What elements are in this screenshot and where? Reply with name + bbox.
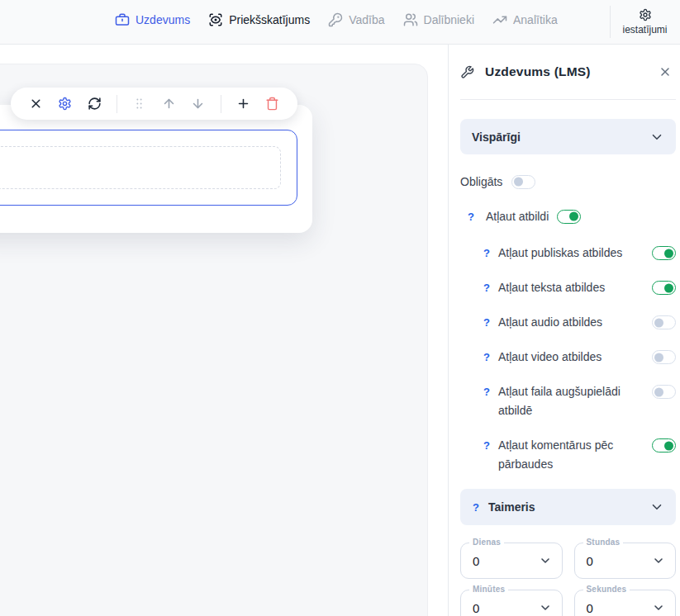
tab-label: Uzdevums bbox=[136, 13, 190, 26]
option-toggle[interactable] bbox=[652, 385, 676, 399]
top-bar: Uzdevums Priekšskatījums Vadība Dalībnie… bbox=[0, 0, 680, 45]
required-row: Obligāts bbox=[460, 172, 676, 192]
settings-panel: Uzdevums (LMS) Vispārīgi Obligāts ? Atļa… bbox=[449, 45, 680, 616]
required-toggle[interactable] bbox=[511, 175, 535, 189]
wrench-icon bbox=[460, 65, 474, 79]
seconds-label: Sekundes bbox=[583, 585, 630, 594]
option-toggle[interactable] bbox=[652, 315, 676, 329]
help-icon[interactable]: ? bbox=[483, 278, 491, 297]
required-label: Obligāts bbox=[460, 173, 502, 192]
option-label: Atļaut video atbildes bbox=[498, 348, 602, 367]
chevron-down-icon bbox=[539, 601, 552, 614]
tab-priekšskatījums[interactable]: Priekšskatījums bbox=[208, 12, 310, 27]
scan-eye-icon bbox=[208, 12, 223, 27]
timer-grid: Dienas 0 Stundas 0 Minūtes 0 Sekundes 0 bbox=[460, 543, 676, 616]
close-icon[interactable] bbox=[28, 97, 43, 111]
option-label: Atļaut faila augšupielādi atbildē bbox=[498, 382, 645, 420]
option-row-comments-after-review: ? Atļaut komentārus pēc pārbaudes bbox=[460, 436, 676, 474]
help-icon[interactable]: ? bbox=[467, 207, 475, 226]
users-icon bbox=[403, 12, 418, 27]
close-panel-icon[interactable] bbox=[659, 65, 672, 78]
option-row-file-upload: ? Atļaut faila augšupielādi atbildē bbox=[460, 382, 676, 420]
option-row-video-answers: ? Atļaut video atbildes bbox=[460, 348, 676, 367]
section-timer[interactable]: ? Taimeris bbox=[460, 489, 676, 525]
days-value: 0 bbox=[473, 554, 479, 568]
move-up-icon[interactable] bbox=[161, 97, 176, 111]
help-icon[interactable]: ? bbox=[472, 498, 480, 517]
hours-select[interactable]: Stundas 0 bbox=[574, 543, 677, 579]
option-toggle[interactable] bbox=[652, 350, 676, 364]
chevron-down-icon bbox=[652, 601, 665, 614]
main-tabs: Uzdevums Priekšskatījums Vadība Dalībnie… bbox=[115, 0, 558, 39]
help-icon[interactable]: ? bbox=[483, 313, 491, 332]
drag-handle-icon[interactable] bbox=[132, 97, 147, 111]
allow-answer-row: ? Atļaut atbildi bbox=[460, 206, 676, 226]
briefcase-icon bbox=[115, 12, 130, 27]
chevron-down-icon bbox=[539, 554, 552, 567]
element-settings-icon[interactable] bbox=[58, 97, 73, 111]
chevron-down-icon bbox=[652, 554, 665, 567]
seconds-value: 0 bbox=[587, 601, 593, 615]
settings-button[interactable]: iestatījumi bbox=[610, 0, 680, 44]
option-toggle[interactable] bbox=[652, 281, 676, 295]
option-label: Atļaut publiskas atbildes bbox=[498, 244, 622, 263]
minutes-label: Minūtes bbox=[469, 585, 508, 594]
minutes-value: 0 bbox=[473, 601, 479, 615]
option-row-text-answers: ? Atļaut teksta atbildes bbox=[460, 278, 676, 297]
answer-options-list: ? Atļaut publiskas atbildes ? Atļaut tek… bbox=[460, 244, 676, 474]
chevron-down-icon bbox=[649, 500, 664, 514]
element-toolbar bbox=[11, 88, 297, 120]
tab-label: Priekšskatījums bbox=[229, 13, 310, 26]
move-down-icon[interactable] bbox=[191, 97, 206, 111]
toolbar-divider bbox=[117, 95, 117, 113]
main-area: Uzdevums (LMS) Vispārīgi Obligāts ? Atļa… bbox=[0, 45, 680, 616]
refresh-icon[interactable] bbox=[87, 97, 102, 111]
days-label: Dienas bbox=[469, 538, 504, 547]
tab-vadība[interactable]: Vadība bbox=[328, 12, 384, 27]
option-row-public-answers: ? Atļaut publiskas atbildes bbox=[460, 244, 676, 263]
panel-title: Uzdevums (LMS) bbox=[485, 64, 659, 79]
help-icon[interactable]: ? bbox=[483, 244, 491, 263]
days-select[interactable]: Dienas 0 bbox=[460, 543, 563, 579]
trending-up-icon bbox=[492, 12, 507, 27]
settings-label: iestatījumi bbox=[622, 24, 667, 36]
tab-uzdevums[interactable]: Uzdevums bbox=[115, 12, 190, 27]
hours-value: 0 bbox=[587, 554, 593, 568]
toolbar-divider bbox=[221, 95, 221, 113]
tab-analītika[interactable]: Analītika bbox=[492, 12, 558, 27]
allow-answer-toggle[interactable] bbox=[557, 210, 581, 224]
tab-label: Dalībnieki bbox=[424, 13, 474, 26]
minutes-select[interactable]: Minūtes 0 bbox=[460, 590, 563, 616]
tab-dalībnieki[interactable]: Dalībnieki bbox=[403, 12, 474, 27]
section-general[interactable]: Vispārīgi bbox=[460, 119, 676, 154]
tab-label: Vadība bbox=[349, 13, 384, 26]
seconds-select[interactable]: Sekundes 0 bbox=[574, 590, 677, 616]
gear-icon bbox=[639, 8, 652, 21]
option-toggle[interactable] bbox=[652, 438, 676, 453]
option-label: Atļaut komentārus pēc pārbaudes bbox=[498, 436, 645, 474]
section-general-title: Vispārīgi bbox=[472, 130, 521, 144]
option-row-audio-answers: ? Atļaut audio atbildes bbox=[460, 313, 676, 332]
trash-icon[interactable] bbox=[265, 97, 280, 111]
key-icon bbox=[328, 12, 343, 27]
option-label: Atļaut audio atbildes bbox=[498, 313, 602, 332]
help-icon[interactable]: ? bbox=[483, 382, 491, 401]
panel-header: Uzdevums (LMS) bbox=[460, 45, 676, 100]
add-icon[interactable] bbox=[235, 97, 250, 111]
tab-label: Analītika bbox=[513, 13, 558, 26]
empty-drop-placeholder bbox=[0, 146, 281, 189]
lms-task-element[interactable] bbox=[0, 130, 297, 206]
allow-answer-label: Atļaut atbildi bbox=[486, 207, 549, 226]
option-toggle[interactable] bbox=[652, 246, 676, 260]
chevron-down-icon bbox=[649, 130, 664, 145]
help-icon[interactable]: ? bbox=[483, 348, 491, 367]
help-icon[interactable]: ? bbox=[483, 436, 491, 455]
section-timer-title: Taimeris bbox=[488, 500, 535, 514]
hours-label: Stundas bbox=[583, 538, 624, 547]
option-label: Atļaut teksta atbildes bbox=[498, 278, 605, 297]
